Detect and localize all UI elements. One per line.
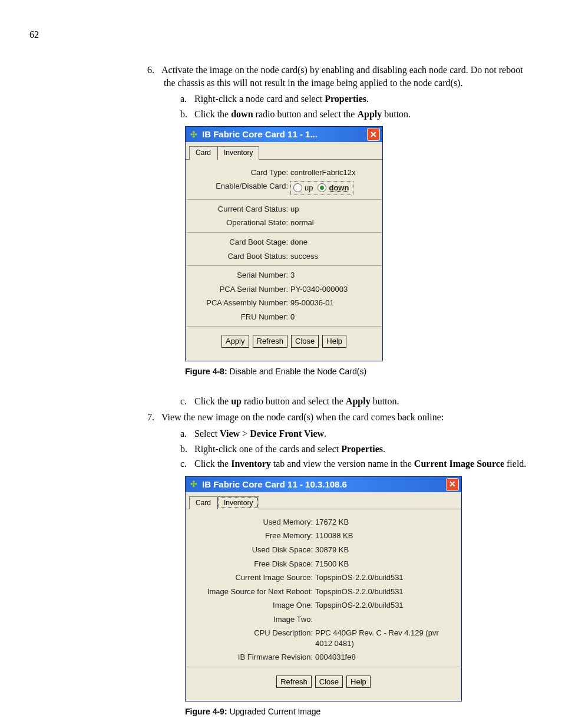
step-6b-letter: b. (180, 108, 194, 121)
close-button[interactable]: Close (315, 676, 343, 689)
value-cpu-desc: PPC 440GP Rev. C - Rev 4.129 (pvr 4012 0… (315, 628, 458, 648)
close-button[interactable]: Close (291, 335, 319, 348)
radio-up-label: up (305, 183, 313, 193)
value-serial: 3 (290, 270, 379, 281)
label-boot-stage: Card Boot Stage: (189, 237, 290, 248)
apply-button[interactable]: Apply (222, 335, 249, 348)
step-6c-letter: c. (180, 395, 194, 408)
value-boot-status: success (290, 251, 379, 262)
figure-4-8-caption: Figure 4-8: Disable and Enable the Node … (185, 366, 533, 377)
step-7b-letter: b. (180, 443, 194, 456)
value-pca-serial: PY-0340-000003 (290, 284, 379, 295)
value-used-mem: 17672 KB (315, 517, 458, 528)
tab-card[interactable]: Card (189, 146, 217, 159)
step-6-text: Activate the image on the node card(s) b… (161, 65, 523, 88)
help-button[interactable]: Help (346, 676, 371, 689)
step-6: 6.Activate the image on the node card(s)… (147, 64, 533, 407)
window-title: IB Fabric Core Card 11 - 10.3.108.6 (202, 479, 446, 490)
step-6a: a.Right-click a node card and select Pro… (180, 93, 533, 106)
dialog-card-properties: ✣ IB Fabric Core Card 11 - 1... ✕ Card I… (185, 126, 533, 361)
radio-down-label: down (329, 183, 349, 193)
step-7a-letter: a. (180, 427, 194, 440)
step-7c-letter: c. (180, 457, 194, 470)
window-title: IB Fabric Core Card 11 - 1... (202, 129, 367, 140)
radio-up-circle (293, 183, 302, 192)
value-op-state: normal (290, 218, 379, 228)
tab-card[interactable]: Card (189, 496, 217, 509)
dialog-inventory: ✣ IB Fabric Core Card 11 - 10.3.108.6 ✕ … (185, 476, 533, 702)
app-icon: ✣ (189, 130, 199, 139)
value-fw-rev: 0004031fe8 (315, 652, 458, 663)
label-current-image-source: Current Image Source: (189, 572, 315, 583)
value-fru: 0 (290, 312, 379, 322)
label-fw-rev: IB Firmware Revision: (189, 652, 315, 663)
label-serial: Serial Number: (189, 270, 290, 281)
step-7-num: 7. (147, 411, 161, 424)
value-image-one: TopspinOS-2.2.0/build531 (315, 600, 458, 611)
close-icon[interactable]: ✕ (367, 128, 380, 141)
radio-down-circle (318, 183, 326, 192)
step-6a-letter: a. (180, 93, 194, 106)
value-current-image-source: TopspinOS-2.2.0/build531 (315, 572, 458, 583)
label-op-state: Operational State: (189, 218, 290, 228)
titlebar: ✣ IB Fabric Core Card 11 - 10.3.108.6 ✕ (186, 477, 461, 492)
app-icon: ✣ (189, 480, 199, 489)
step-6-num: 6. (147, 64, 161, 77)
value-free-mem: 110088 KB (315, 531, 458, 541)
step-7b: b.Right-click one of the cards and selec… (180, 443, 533, 456)
label-current-status: Current Card Status: (189, 204, 290, 215)
label-fru: FRU Number: (189, 312, 290, 322)
titlebar: ✣ IB Fabric Core Card 11 - 1... ✕ (186, 127, 382, 142)
label-cpu-desc: CPU Description: (189, 628, 315, 648)
refresh-button[interactable]: Refresh (276, 676, 312, 689)
value-free-disk: 71500 KB (315, 559, 458, 569)
step-7-text: View the new image on the node card(s) w… (161, 412, 444, 422)
label-pca-serial: PCA Serial Number: (189, 284, 290, 295)
label-image-one: Image One: (189, 600, 315, 611)
label-image-two: Image Two: (189, 614, 315, 625)
label-enable-disable: Enable/Disable Card: (189, 181, 290, 195)
label-card-type: Card Type: (189, 167, 290, 178)
refresh-button[interactable]: Refresh (253, 335, 288, 348)
value-card-type: controllerFabric12x (290, 167, 379, 178)
value-image-two (315, 614, 458, 625)
label-boot-status: Card Boot Status: (189, 251, 290, 262)
value-pca-asm: 95-00036-01 (290, 298, 379, 308)
step-6c: c.Click the up radio button and select t… (180, 395, 533, 408)
value-used-disk: 30879 KB (315, 545, 458, 555)
step-7c: c.Click the Inventory tab and view the v… (180, 457, 533, 470)
value-next-image-source: TopspinOS-2.2.0/build531 (315, 587, 458, 597)
step-7: 7.View the new image on the node card(s)… (147, 411, 533, 717)
value-current-status: up (290, 204, 379, 215)
label-pca-asm: PCA Assembly Number: (189, 298, 290, 308)
value-boot-stage: done (290, 237, 379, 248)
label-used-disk: Used Disk Space: (189, 545, 315, 555)
close-icon[interactable]: ✕ (446, 478, 459, 491)
label-next-image-source: Image Source for Next Reboot: (189, 587, 315, 597)
enable-disable-group: up down (290, 181, 353, 195)
step-7a: a.Select View > Device Front View. (180, 427, 533, 440)
label-free-mem: Free Memory: (189, 531, 315, 541)
step-6b: b.Click the down radio button and select… (180, 108, 533, 121)
label-used-mem: Used Memory: (189, 517, 315, 528)
help-button[interactable]: Help (322, 335, 346, 348)
radio-down[interactable]: down (318, 183, 349, 193)
tab-inventory[interactable]: Inventory (217, 496, 259, 509)
page-number: 62 (29, 29, 538, 40)
tab-inventory[interactable]: Inventory (217, 146, 259, 159)
label-free-disk: Free Disk Space: (189, 559, 315, 569)
figure-4-9-caption: Figure 4-9: Upgraded Current Image (185, 706, 533, 717)
radio-up[interactable]: up (293, 183, 313, 193)
